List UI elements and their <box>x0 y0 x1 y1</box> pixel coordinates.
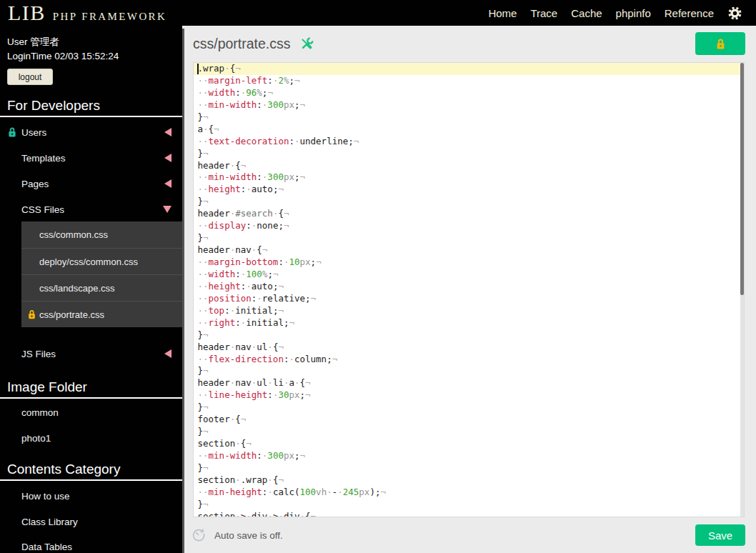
sidebar-item-how-to-use[interactable]: How to use <box>0 483 182 509</box>
sidebar-item-label: common <box>21 407 59 418</box>
code-token: height <box>209 281 241 292</box>
code-token: ¬ <box>278 305 284 316</box>
sidebar-heading-for-developers: For Developers <box>0 98 182 117</box>
save-button[interactable]: Save <box>695 524 745 546</box>
code-token: div <box>284 511 300 517</box>
code-token: none; <box>257 220 284 231</box>
code-token: right <box>209 317 236 328</box>
lock-button[interactable] <box>695 32 745 55</box>
text-cursor <box>197 64 199 74</box>
code-token: ¬ <box>235 63 241 74</box>
sidebar-subitem-label: css/portrate.css <box>39 309 104 320</box>
code-line-36: ··min-height:·calc(100vh·-·245px);¬ <box>194 487 741 499</box>
sidebar: User 管理者 LoginTime 02/03 15:52:24 logout… <box>0 26 182 553</box>
code-line-18: ··width:·100%;¬ <box>194 269 741 281</box>
top-nav-link-reference[interactable]: Reference <box>665 7 714 19</box>
code-token: ·· <box>198 293 209 304</box>
code-token: { <box>300 377 306 388</box>
logout-button[interactable]: logout <box>7 69 53 85</box>
code-token: } <box>198 499 204 509</box>
logo-subtitle: PHP FRAMEWORK <box>53 11 166 23</box>
sidebar-item-templates[interactable]: Templates <box>0 145 182 171</box>
sidebar-subitem-css-landscape-css[interactable]: css/landscape.css <box>21 274 182 301</box>
code-token: div <box>252 511 268 517</box>
sidebar-item-js-files[interactable]: JS Files <box>0 341 182 367</box>
code-token: ¬ <box>316 256 322 267</box>
code-token: section <box>198 438 236 449</box>
sidebar-item-users[interactable]: Users <box>0 119 182 145</box>
code-token: ¬ <box>241 160 247 171</box>
top-nav-link-home[interactable]: Home <box>488 7 517 19</box>
code-content[interactable]: .wrap·{¬··margin-left:·2%;¬··width:·96%;… <box>194 63 741 517</box>
code-token: } <box>198 148 204 159</box>
code-token: .wrap <box>198 63 225 74</box>
code-line-26: }¬ <box>194 365 741 377</box>
sidebar-item-common[interactable]: common <box>0 399 182 425</box>
lock-icon <box>7 127 17 138</box>
code-token: min-width <box>209 171 257 182</box>
code-token: header <box>198 160 230 171</box>
app-window: LIB PHP FRAMEWORK HomeTraceCachephpinfoR… <box>0 0 756 553</box>
code-token: header <box>198 208 230 219</box>
code-token: header <box>198 377 230 388</box>
code-token: 245 <box>343 487 359 497</box>
top-nav-link-cache[interactable]: Cache <box>571 7 602 19</box>
code-token: ¬ <box>289 317 294 328</box>
code-token: min-width <box>209 450 257 461</box>
lock-icon <box>27 309 36 319</box>
sidebar-subitem-deploy-css-common-css[interactable]: deploy/css/common.css <box>21 248 182 274</box>
top-nav-links: HomeTraceCachephpinfoReference <box>488 6 756 21</box>
code-token: { <box>305 511 311 517</box>
code-token: #search <box>235 208 273 219</box>
code-line-10: ··min-width:·300px;¬ <box>194 171 741 184</box>
code-token: ·· <box>198 136 209 146</box>
code-token: footer <box>198 414 230 424</box>
code-line-19: ··height:·auto;¬ <box>194 281 741 293</box>
sidebar-item-css-files[interactable]: CSS Files <box>0 196 182 222</box>
sidebar-scrollbar[interactable] <box>182 29 184 553</box>
code-token: ¬ <box>203 329 209 340</box>
code-token: ·· <box>198 256 209 267</box>
code-token: ; <box>294 99 300 110</box>
sidebar-item-label: Templates <box>21 153 66 164</box>
code-token: position <box>209 293 252 304</box>
code-token: ·· <box>198 171 209 182</box>
code-token: header <box>198 244 230 255</box>
gear-icon[interactable] <box>727 6 742 21</box>
code-line-32: section·{¬ <box>194 438 741 450</box>
code-line-9: header·{¬ <box>194 160 741 172</box>
top-nav-link-trace[interactable]: Trace <box>530 7 557 19</box>
code-line-13: header·#search·{¬ <box>194 208 741 220</box>
sidebar-item-class-library[interactable]: Class Library <box>0 509 182 534</box>
code-token: nav <box>235 377 252 388</box>
sidebar-subitem-css-common-css[interactable]: css/common.css <box>21 221 182 248</box>
code-token: · <box>246 511 252 517</box>
code-editor[interactable]: .wrap·{¬··margin-left:·2%;¬··width:·96%;… <box>193 62 745 517</box>
code-line-8: }¬ <box>194 148 741 160</box>
code-token: ·· <box>198 317 209 328</box>
code-token: .wrap <box>241 474 268 485</box>
autosave-status-text: Auto save is off. <box>214 530 283 541</box>
code-token: · <box>294 377 300 388</box>
top-nav-link-phpinfo[interactable]: phpinfo <box>616 7 651 19</box>
main-content: css/portrate.css .wrap·{ <box>184 26 756 553</box>
sidebar-subitem-label: css/landscape.css <box>39 283 115 294</box>
code-token: 300 <box>267 171 284 182</box>
user-label: User 管理者 <box>7 36 179 49</box>
code-token: ·· <box>198 99 209 110</box>
code-token: ¬ <box>278 184 284 194</box>
sidebar-item-label: Data Tables <box>21 542 72 552</box>
code-token: : <box>224 305 230 316</box>
sidebar-subitem-css-portrate-css[interactable]: css/portrate.css <box>21 301 182 327</box>
editor-scrollbar-thumb[interactable] <box>740 63 744 295</box>
sidebar-item-data-tables[interactable]: Data Tables <box>0 534 182 553</box>
code-line-35: section·.wrap·{¬ <box>194 474 741 487</box>
code-token: ¬ <box>294 75 300 86</box>
code-token: : <box>278 256 284 267</box>
code-token: ¬ <box>203 196 209 206</box>
code-token: ·· <box>198 184 209 194</box>
code-token: 10 <box>289 256 299 267</box>
sidebar-item-pages[interactable]: Pages <box>0 171 182 196</box>
auto-save-clock-icon <box>192 528 206 542</box>
sidebar-item-photo1[interactable]: photo1 <box>0 425 182 451</box>
